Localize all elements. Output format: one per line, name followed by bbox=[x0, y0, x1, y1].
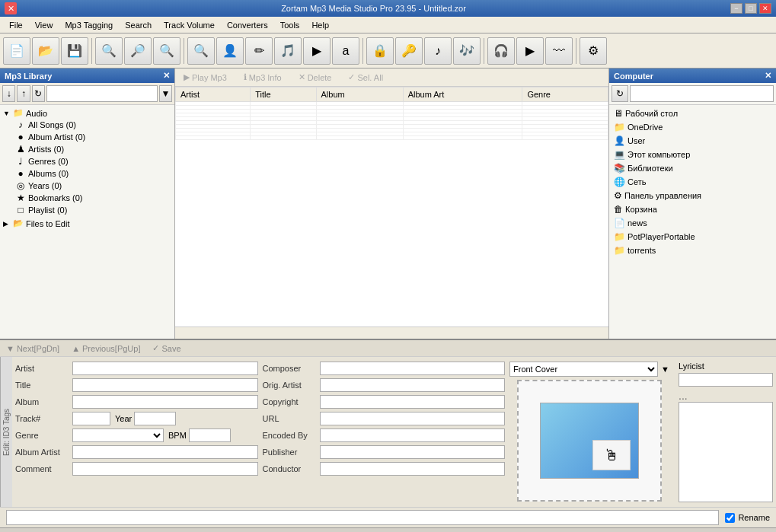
music2-button[interactable]: ♪ bbox=[424, 37, 452, 65]
prev-button[interactable]: ▲ Previous[PgUp] bbox=[72, 344, 140, 353]
track-input[interactable] bbox=[72, 412, 110, 425]
comp-item-thispc[interactable]: 💻 Этот компьютер bbox=[611, 148, 774, 161]
tag-search-button[interactable]: 🔍 bbox=[187, 37, 215, 65]
prev-label: Previous[PgUp] bbox=[82, 344, 140, 353]
album-artist-input[interactable] bbox=[72, 445, 258, 459]
lib-refresh-button[interactable]: ↻ bbox=[32, 85, 45, 102]
tree-item-bookmarks[interactable]: ★ Bookmarks (0) bbox=[14, 192, 173, 204]
toolbar-sep-3 bbox=[362, 38, 363, 64]
menu-converters[interactable]: Converters bbox=[221, 19, 274, 31]
lib-add-button[interactable]: ↓ bbox=[2, 85, 15, 102]
next-button[interactable]: ▼ Next[PgDn] bbox=[6, 344, 59, 353]
conductor-input[interactable] bbox=[320, 462, 506, 476]
tag-fields-col1: Artist Title Album Track# Year bbox=[15, 362, 258, 502]
zoom-in-button[interactable]: 🔎 bbox=[124, 37, 152, 65]
music3-button[interactable]: 🎶 bbox=[453, 37, 481, 65]
library-search-input[interactable] bbox=[46, 85, 158, 102]
new-button[interactable]: 📄 bbox=[3, 37, 30, 65]
bpm-input[interactable] bbox=[189, 428, 231, 442]
comp-item-news[interactable]: 📄 news bbox=[611, 216, 774, 230]
comp-item-user[interactable]: 👤 User bbox=[611, 134, 774, 148]
computer-search-input[interactable] bbox=[630, 85, 774, 102]
audio-parent[interactable]: ▼ 📁 Audio bbox=[2, 107, 173, 119]
save-tag-button[interactable]: ✓ Save bbox=[152, 343, 180, 353]
tree-item-allsongs[interactable]: ♪ All Songs (0) bbox=[14, 119, 173, 131]
edit-button[interactable]: ✏ bbox=[245, 37, 273, 65]
lyricist-textarea[interactable] bbox=[679, 402, 773, 502]
comp-item-controlpanel[interactable]: ⚙ Панель управления bbox=[611, 189, 774, 202]
youtube-button[interactable]: ▶ bbox=[303, 37, 331, 65]
title-input[interactable] bbox=[72, 378, 258, 392]
headphone-button[interactable]: 🎧 bbox=[487, 37, 515, 65]
lyricist-input[interactable] bbox=[679, 373, 773, 387]
lib-up-button[interactable]: ↑ bbox=[17, 85, 30, 102]
window-controls[interactable]: − □ ✕ bbox=[730, 3, 771, 14]
comp-item-torrents[interactable]: 📁 torrents bbox=[611, 244, 774, 257]
menu-file[interactable]: File bbox=[3, 19, 29, 31]
computer-close-button[interactable]: ✕ bbox=[765, 71, 771, 81]
close-button[interactable]: ✕ bbox=[759, 3, 771, 14]
url-input[interactable] bbox=[320, 412, 506, 425]
tree-item-years[interactable]: ◎ Years (0) bbox=[14, 180, 173, 192]
menu-search[interactable]: Search bbox=[119, 19, 158, 31]
comp-libraries-label: Библиотеки bbox=[628, 164, 673, 173]
lyricist-more-button[interactable]: ... bbox=[679, 390, 773, 402]
publisher-input[interactable] bbox=[320, 445, 506, 459]
lib-dropdown-button[interactable]: ▼ bbox=[159, 85, 172, 102]
comp-item-desktop[interactable]: 🖥 Рабочий стол bbox=[611, 107, 774, 120]
maximize-button[interactable]: □ bbox=[745, 3, 757, 14]
person-button[interactable]: 👤 bbox=[216, 37, 244, 65]
rename-label[interactable]: Rename bbox=[725, 513, 770, 523]
encoded-by-input[interactable] bbox=[320, 428, 506, 442]
composer-input[interactable] bbox=[320, 362, 506, 375]
menu-tools[interactable]: Tools bbox=[274, 19, 306, 31]
music-button[interactable]: 🎵 bbox=[274, 37, 302, 65]
orig-artist-input[interactable] bbox=[320, 378, 506, 392]
artist-input[interactable] bbox=[72, 362, 258, 375]
save-toolbar-button[interactable]: 💾 bbox=[61, 37, 88, 65]
open-button[interactable]: 📂 bbox=[32, 37, 59, 65]
tree-item-playlist[interactable]: □ Playlist (0) bbox=[14, 204, 173, 216]
menu-help[interactable]: Help bbox=[305, 19, 335, 31]
comp-item-onedrive[interactable]: 📁 OneDrive bbox=[611, 120, 774, 134]
menu-mp3tagging[interactable]: Mp3 Tagging bbox=[59, 19, 119, 31]
sel-all-button[interactable]: ✓ Sel. All bbox=[342, 71, 389, 84]
lock-button[interactable]: 🔒 bbox=[366, 37, 394, 65]
zoom-out-button[interactable]: 🔍 bbox=[153, 37, 180, 65]
search-icon[interactable]: 🔍 bbox=[95, 37, 123, 65]
tree-item-albums[interactable]: ● Albums (0) bbox=[14, 167, 173, 180]
youtube2-button[interactable]: ▶ bbox=[516, 37, 544, 65]
cover-type-select[interactable]: Front Cover bbox=[509, 362, 658, 377]
comp-item-libraries[interactable]: 📚 Библиотеки bbox=[611, 161, 774, 175]
track-scrollbar[interactable] bbox=[175, 327, 608, 339]
tree-item-artists[interactable]: ♟ Artists (0) bbox=[14, 143, 173, 155]
wave-button[interactable]: 〰 bbox=[545, 37, 573, 65]
comp-refresh-button[interactable]: ↻ bbox=[612, 85, 628, 102]
comp-item-recycle[interactable]: 🗑 Корзина bbox=[611, 202, 774, 216]
key-button[interactable]: 🔑 bbox=[395, 37, 423, 65]
tree-item-albumartist[interactable]: ● Album Artist (0) bbox=[14, 131, 173, 143]
tree-item-genres[interactable]: ♩ Genres (0) bbox=[14, 155, 173, 167]
year-input[interactable] bbox=[134, 412, 176, 425]
menu-track-volume[interactable]: Track Volume bbox=[158, 19, 221, 31]
cover-expand-icon[interactable]: ▼ bbox=[661, 365, 669, 374]
files-to-edit-item[interactable]: ▶ 📂 Files to Edit bbox=[2, 218, 173, 229]
comp-item-potplayer[interactable]: 📁 PotPlayerPortable bbox=[611, 230, 774, 244]
delete-button[interactable]: ✕ Delete bbox=[292, 71, 338, 84]
rename-checkbox[interactable] bbox=[725, 513, 735, 523]
album-input[interactable] bbox=[72, 395, 258, 409]
mp3-info-button[interactable]: ℹ Mp3 Info bbox=[238, 71, 288, 84]
settings-button[interactable]: ⚙ bbox=[580, 37, 607, 65]
comment-input[interactable] bbox=[72, 462, 258, 476]
minimize-button[interactable]: − bbox=[730, 3, 742, 14]
library-close-button[interactable]: ✕ bbox=[163, 71, 170, 81]
copyright-input[interactable] bbox=[320, 395, 506, 409]
comp-item-network[interactable]: 🌐 Сеть bbox=[611, 175, 774, 189]
play-mp3-button[interactable]: ▶ Play Mp3 bbox=[177, 71, 233, 84]
amazon-button[interactable]: a bbox=[332, 37, 359, 65]
genre-select[interactable] bbox=[72, 428, 164, 442]
cover-art-area[interactable]: 🖱 bbox=[517, 380, 662, 502]
rename-input[interactable] bbox=[6, 510, 719, 525]
menu-view[interactable]: View bbox=[29, 19, 59, 31]
table-row[interactable] bbox=[176, 136, 608, 140]
